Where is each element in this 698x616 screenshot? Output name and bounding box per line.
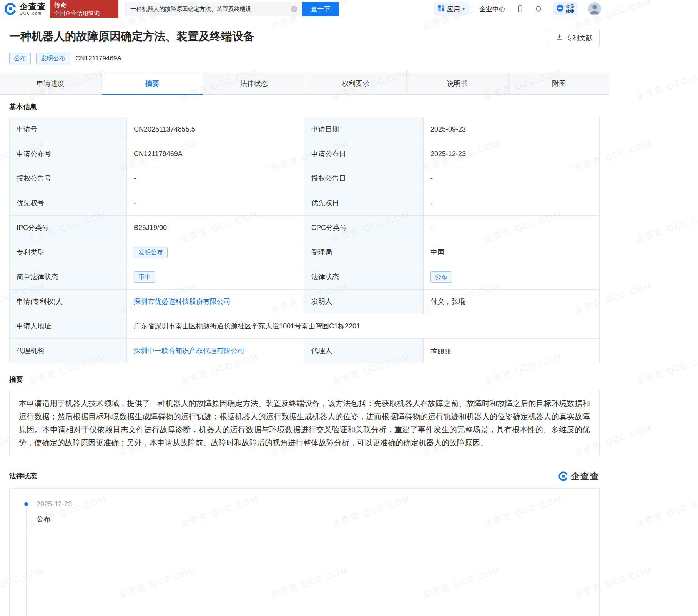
patent-type-badge: 发明公布 [134,247,168,258]
legal-status-timeline: 2025-12-23 公布 [9,488,600,616]
legal-status-section: 法律状态 企查查 2025-12-23 公布 [9,470,698,616]
mobile-app-icon[interactable] [516,5,524,13]
search-button[interactable]: 查一下 [302,2,339,16]
info-label: 优先权日 [304,191,424,215]
search-input[interactable]: 一种机器人的故障原因确定方法、装置及终端设 × [125,2,302,16]
timeline-item: 2025-12-23 公布 [24,500,599,524]
legal-status-heading: 法律状态 [9,471,37,481]
info-value: 深圳中一联合知识产权代理有限公司 [127,338,304,363]
logo-name: 企查查 [20,2,46,10]
page-title: 一种机器人的故障原因确定方法、装置及终端设备 [9,29,254,44]
info-value: CN121179469A [127,142,304,166]
info-label: 优先权号 [10,191,127,215]
user-avatar[interactable] [588,2,601,15]
table-row: 代理机构 深圳中一联合知识产权代理有限公司 代理人 孟丽丽 [10,338,600,363]
search-bar: 一种机器人的故障原因确定方法、装置及终端设 × 查一下 [125,2,339,16]
info-value: 公布 [424,265,600,289]
table-row: 申请人地址 广东省深圳市南山区桃源街道长源社区学苑大道1001号南山智园C1栋2… [10,314,600,338]
table-row: IPC分类号 B25J19/00 CPC分类号 - [10,215,600,240]
nav-apps[interactable]: 应用 ▾ [434,2,469,16]
tab-legal-status[interactable]: 法律状态 [203,73,305,94]
info-label: 申请人地址 [10,314,127,338]
info-label: CPC分类号 [304,215,424,240]
info-label: 授权公告日 [304,166,424,191]
patent-type-badge: 发明公布 [36,53,70,64]
basic-info-table: 申请号 CN202511374855.5 申请日期 2025-09-23 申请公… [9,117,600,363]
qcc-logo-icon [4,2,17,15]
info-value: - [424,215,600,240]
info-label: 代理机构 [10,338,127,363]
legal-status-badge: 公布 [430,271,452,283]
info-label: 授权公告号 [10,166,127,191]
info-label: 专利类型 [10,240,127,265]
table-row: 申请号 CN202511374855.5 申请日期 2025-09-23 [10,117,600,142]
table-row: 授权公告号 - 授权公告日 - [10,166,600,191]
info-value: 中国 [424,240,600,265]
patent-document-label: 专利文献 [566,33,592,42]
info-label: 发明人 [304,289,424,314]
timeline-status: 公布 [37,514,599,524]
qcc-logo[interactable]: 企查查 QCC.com [0,2,46,15]
table-row: 优先权号 - 优先权日 - [10,191,600,215]
info-value: 发明公布 [127,240,304,265]
info-value: 深圳市优必选科技股份有限公司 [127,289,304,314]
info-value: - [424,191,600,215]
qcc-brand-mark: 企查查 [558,470,600,482]
table-row: 申请公布号 CN121179469A 申请公布日 2025-12-23 [10,142,600,166]
vip-crown-icon [556,4,564,13]
tab-figures[interactable]: 附图 [509,73,610,94]
abstract-section: 摘要 本申请适用于机器人技术领域，提供了一种机器人的故障原因确定方法、装置及终端… [9,375,698,456]
tab-claims[interactable]: 权利要求 [305,73,407,94]
header-right-group: 应用 ▾ 企业中心 会员 续费 [434,2,698,16]
timeline-dot-icon [24,502,28,506]
applicant-link[interactable]: 深圳市优必选科技股份有限公司 [134,298,231,305]
publication-number: CN121179469A [75,55,121,62]
timeline-date: 2025-12-23 [37,500,599,508]
status-badge-publish: 公布 [9,53,31,64]
info-value: - [127,166,304,191]
member-renew-badge[interactable]: 会员 续费 [553,2,577,15]
nav-enterprise-center[interactable]: 企业中心 [479,5,505,13]
bell-icon[interactable] [535,5,542,13]
info-value: 广东省深圳市南山区桃源街道长源社区学苑大道1001号南山智园C1栋2201 [127,314,600,338]
agency-link[interactable]: 深圳中一联合知识产权代理有限公司 [134,347,244,355]
info-label: 申请公布号 [10,142,127,166]
info-label: 申请(专利权)人 [10,289,127,314]
tab-application-progress[interactable]: 申请进度 [0,73,102,94]
promo-line2: 全国企业信用查询 [54,10,113,17]
tab-abstract[interactable]: 摘要 [102,73,204,94]
info-value: - [424,166,600,191]
qcc-brand-icon [558,471,568,481]
info-value: 付义，张琨 [424,289,600,314]
qcc-brand-text: 企查查 [571,470,600,482]
logo-domain: QCC.com [20,12,46,15]
info-value: CN202511374855.5 [127,117,304,142]
top-header: 企查查 QCC.com 传奇 全国企业信用查询 一种机器人的故障原因确定方法、装… [0,0,698,18]
info-value: B25J19/00 [127,215,304,240]
main-content: 一种机器人的故障原因确定方法、装置及终端设备 专利文献 公布 发明公布 CN12… [0,18,698,616]
info-label: 申请公布日 [304,142,424,166]
clear-search-icon[interactable]: × [291,6,297,12]
info-label: 申请日期 [304,117,424,142]
table-row: 简单法律状态 审中 法律状态 公布 [10,265,600,289]
apps-grid-icon [438,5,445,13]
info-value: 2025-12-23 [424,142,600,166]
info-value: 审中 [127,265,304,289]
table-row: 专利类型 发明公布 受理局 中国 [10,240,600,265]
search-input-value: 一种机器人的故障原因确定方法、装置及终端设 [130,5,291,13]
nav-apps-label: 应用 [447,5,460,13]
abstract-heading: 摘要 [9,375,698,384]
member-label-line2: 续费 [566,9,574,14]
table-row: 申请(专利权)人 深圳市优必选科技股份有限公司 发明人 付义，张琨 [10,289,600,314]
info-value: 2025-09-23 [424,117,600,142]
info-label: 申请号 [10,117,127,142]
info-label: IPC分类号 [10,215,127,240]
tab-description[interactable]: 说明书 [407,73,509,94]
patent-document-button[interactable]: 专利文献 [549,29,600,47]
simple-legal-status-badge: 审中 [134,271,155,283]
member-label-line1: 会员 [566,4,574,9]
info-label: 法律状态 [304,265,424,289]
promo-banner[interactable]: 传奇 全国企业信用查询 [50,0,118,18]
info-label: 代理人 [304,338,424,363]
promo-line1: 传奇 [54,1,113,9]
